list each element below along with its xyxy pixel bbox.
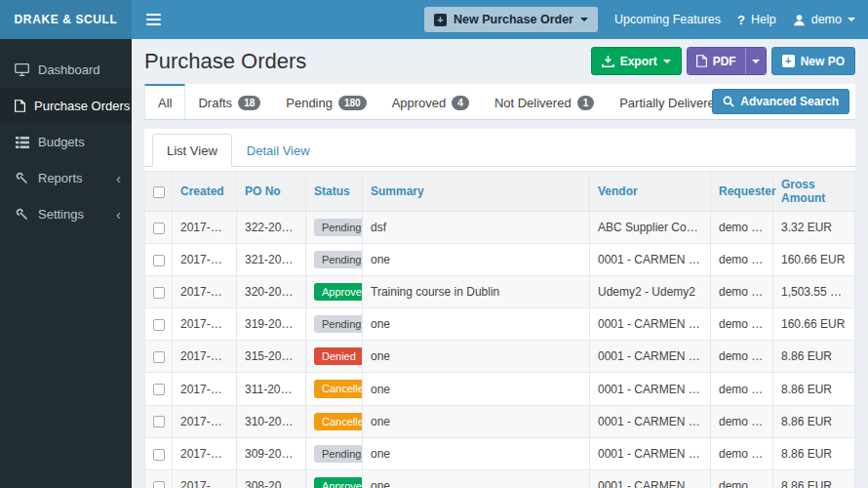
new-po-button[interactable]: + New PO: [771, 47, 855, 75]
col-header-gross-amount[interactable]: Gross Amount: [773, 172, 855, 212]
user-menu[interactable]: demo: [793, 13, 855, 26]
cell-requester: demo lasta: [711, 469, 773, 488]
table-row[interactable]: 2017-02-13 311-20170213 Cancelled one 00…: [145, 373, 855, 405]
row-checkbox[interactable]: [153, 449, 165, 461]
table-row[interactable]: 2017-02-13 310-20170213 Cancelled one 00…: [145, 405, 855, 437]
filter-tab-pending[interactable]: Pending 180: [273, 84, 378, 119]
select-all-checkbox[interactable]: [153, 186, 165, 198]
cell-status: Cancelled: [306, 373, 363, 405]
cell-created: 2017-02-13: [173, 341, 237, 373]
row-checkbox[interactable]: [153, 384, 165, 395]
table-header-row: Created PO No Status Summary Vendor Requ…: [145, 172, 855, 212]
row-checkbox[interactable]: [153, 481, 165, 488]
col-header-po-no[interactable]: PO No: [237, 172, 306, 212]
count-badge: 180: [338, 96, 367, 110]
cell-vendor: Udemy2 - Udemy2: [590, 276, 711, 308]
row-checkbox[interactable]: [153, 351, 165, 363]
sidebar-item-settings[interactable]: Settings ‹: [0, 196, 132, 232]
cell-created: 2017-02-18: [173, 276, 237, 308]
help-link[interactable]: ? Help: [737, 13, 776, 27]
cell-created: 2017-02-16: [173, 308, 237, 341]
caret-down-icon: [848, 18, 855, 21]
download-icon: [602, 55, 614, 67]
table-row[interactable]: 2017-02-16 319-20170215 Pending one 0001…: [145, 308, 855, 341]
tab-detail-view[interactable]: Detail View: [232, 134, 325, 167]
col-header-requester[interactable]: Requester: [711, 172, 773, 212]
new-purchase-order-label: New Purchase Order: [454, 13, 573, 26]
cell-requester: demo lasta: [711, 244, 773, 276]
table-row[interactable]: 2017-02-21 322-20170221 Pending dsf ABC …: [145, 212, 855, 244]
row-checkbox[interactable]: [153, 416, 165, 427]
upcoming-features-link[interactable]: Upcoming Features: [614, 13, 721, 26]
filter-tab-not-delivered[interactable]: Not Delivered 1: [482, 84, 607, 119]
count-badge: 1: [577, 96, 595, 110]
row-checkbox[interactable]: [153, 319, 165, 331]
filter-tab-approved[interactable]: Approved 4: [379, 84, 482, 119]
col-header-vendor[interactable]: Vendor: [590, 172, 711, 212]
col-header-created[interactable]: Created: [173, 172, 237, 212]
page-header: Purchase Orders Export PDF: [144, 47, 855, 75]
row-checkbox[interactable]: [153, 287, 165, 299]
cell-status: Pending: [306, 308, 363, 341]
new-purchase-order-button[interactable]: + New Purchase Order: [424, 7, 598, 32]
cell-gross-amount: 8.86 EUR: [773, 405, 855, 437]
cell-vendor: 0001 - CARMEN R. VALDEZ: [590, 341, 711, 373]
cell-gross-amount: 8.86 EUR: [773, 469, 855, 488]
cell-summary: one: [363, 373, 590, 405]
cell-vendor: 0001 - CARMEN R. VALDEZ: [590, 308, 711, 341]
filter-tab-drafts[interactable]: Drafts 18: [185, 84, 273, 119]
table-body: 2017-02-21 322-20170221 Pending dsf ABC …: [145, 212, 855, 488]
sidebar-item-dashboard[interactable]: Dashboard: [0, 52, 132, 88]
list-panel: List View Detail View Created PO No Stat…: [144, 129, 855, 488]
chevron-left-icon: ‹: [116, 171, 121, 185]
col-header-status[interactable]: Status: [306, 172, 363, 212]
table-row[interactable]: 2017-02-13 309-20170213 Pending one 0001…: [145, 437, 855, 469]
status-badge: Denied: [314, 347, 363, 365]
cell-po-no: 319-20170215: [237, 308, 306, 341]
purchase-orders-icon: [15, 100, 25, 112]
tab-list-view[interactable]: List View: [152, 134, 232, 167]
status-badge: Pending: [314, 315, 363, 333]
user-icon: [793, 14, 806, 26]
status-badge: Cancelled: [314, 413, 363, 430]
sidebar-item-reports[interactable]: Reports ‹: [0, 160, 132, 196]
table-row[interactable]: 2017-02-21 321-20170220 Pending one 0001…: [145, 244, 855, 276]
pdf-button[interactable]: PDF: [688, 48, 745, 74]
settings-icon: [15, 208, 29, 221]
user-name: demo: [811, 13, 842, 26]
budgets-icon: [15, 137, 29, 148]
cell-summary: one: [363, 469, 590, 488]
table-row[interactable]: 2017-02-18 320-20170218 Approved Trainin…: [145, 276, 855, 308]
count-badge: 18: [238, 96, 260, 110]
filter-tab-all[interactable]: All: [144, 84, 185, 119]
cell-gross-amount: 160.66 EUR: [773, 244, 855, 276]
col-header-summary[interactable]: Summary: [363, 172, 590, 212]
cell-po-no: 308-20170213: [237, 469, 306, 488]
caret-down-icon: [580, 18, 588, 21]
cell-po-no: 310-20170213: [237, 405, 306, 437]
sidebar-item-budgets[interactable]: Budgets: [0, 124, 132, 160]
cell-gross-amount: 160.66 EUR: [773, 308, 855, 341]
hamburger-icon: [146, 19, 161, 20]
export-button[interactable]: Export: [591, 47, 682, 75]
app-logo[interactable]: DRAKE & SCULL: [0, 0, 132, 39]
sidebar-item-purchase-orders[interactable]: Purchase Orders: [0, 88, 132, 124]
sidebar-toggle-button[interactable]: [132, 0, 176, 39]
cell-requester: demo lasta: [711, 405, 773, 437]
row-checkbox[interactable]: [153, 255, 165, 266]
cell-requester: demo lasta: [711, 276, 773, 308]
cell-status: Approved: [306, 276, 363, 308]
cell-gross-amount: 8.86 EUR: [773, 437, 855, 469]
advanced-search-button[interactable]: Advanced Search: [712, 89, 849, 114]
table-row[interactable]: 2017-02-13 315-20170213 Denied one 0001 …: [145, 341, 855, 373]
pdf-dropdown-toggle[interactable]: [745, 48, 766, 74]
row-checkbox[interactable]: [153, 223, 165, 234]
file-icon: [696, 55, 707, 67]
cell-status: Approved: [306, 469, 363, 488]
cell-summary: one: [363, 405, 590, 437]
cell-created: 2017-02-13: [173, 373, 237, 405]
status-badge: Pending: [314, 251, 363, 268]
cell-created: 2017-02-21: [173, 212, 237, 244]
table-row[interactable]: 2017-02-13 308-20170213 Approved one 000…: [145, 469, 855, 488]
cell-summary: one: [363, 308, 590, 341]
